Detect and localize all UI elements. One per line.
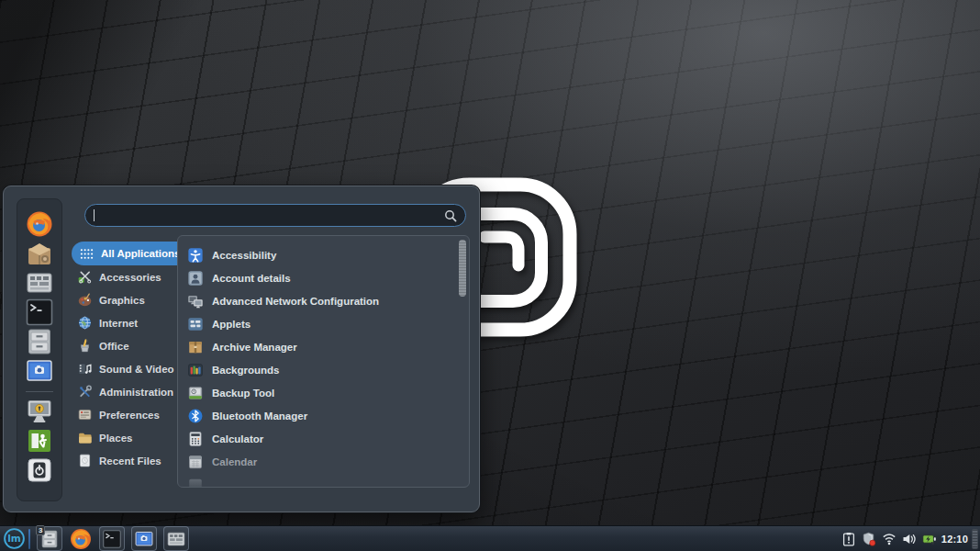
scrollbar-track[interactable] (459, 238, 466, 485)
log-out-icon (25, 426, 54, 455)
app-label: Backup Tool (212, 388, 274, 399)
search-bar[interactable] (84, 204, 466, 227)
account-details-icon (187, 270, 204, 287)
category-places[interactable]: Places (72, 426, 180, 449)
text-cursor (94, 209, 95, 221)
menu-button[interactable]: lm (3, 527, 26, 550)
clock[interactable]: 12:10 (941, 534, 968, 545)
shield-status-icon (862, 532, 876, 546)
software-manager-icon (25, 239, 54, 268)
applets-icon (187, 316, 204, 332)
lock-screen-icon (25, 397, 54, 426)
application-menu-window: All Applications Accessories Graphics In… (3, 186, 480, 512)
application-list-panel: Accessibility Account details Advanced N… (177, 235, 470, 488)
category-office[interactable]: Office (72, 334, 180, 357)
category-administration[interactable]: Administration (72, 380, 180, 403)
favorite-shut-down-button[interactable] (24, 455, 55, 485)
app-account-details[interactable]: Account details (178, 266, 469, 289)
app-backgrounds[interactable]: Backgrounds (178, 358, 469, 381)
app-accessibility[interactable]: Accessibility (178, 243, 469, 266)
taskbar-file-manager-button[interactable]: 3 (37, 526, 62, 551)
taskbar-terminal-button[interactable] (99, 526, 125, 551)
backup-tool-icon (187, 385, 204, 401)
taskbar-screenshot-tool-button[interactable] (131, 526, 157, 551)
battery-charging-icon (922, 532, 937, 546)
screenshot-tool-icon (25, 356, 54, 386)
preferences-icon (77, 407, 93, 422)
favorite-firefox-button[interactable] (24, 209, 55, 239)
favorite-screenshot-tool-button[interactable] (24, 356, 55, 386)
category-preferences[interactable]: Preferences (72, 403, 180, 426)
file-manager-icon (25, 327, 54, 356)
mint-logo-icon: lm (3, 527, 26, 550)
firefox-icon (69, 527, 93, 551)
backgrounds-icon (187, 362, 204, 378)
wifi-icon (882, 532, 896, 546)
calculator-icon (187, 431, 204, 447)
firefox-icon (25, 209, 54, 239)
category-label: All Applications (101, 248, 180, 259)
category-all-applications[interactable]: All Applications (72, 242, 190, 265)
app-advanced-network-configuration[interactable]: Advanced Network Configuration (178, 289, 469, 312)
network-config-icon (187, 293, 204, 309)
scrollbar-thumb[interactable] (459, 240, 466, 297)
app-bluetooth-manager[interactable]: Bluetooth Manager (178, 404, 469, 427)
app-label: Calendar (212, 456, 257, 467)
search-input[interactable] (96, 209, 444, 222)
volume-icon (902, 532, 917, 546)
office-icon (77, 338, 93, 354)
category-label: Preferences (99, 410, 160, 421)
app-calculator[interactable]: Calculator (178, 427, 469, 450)
tray-battery-charging[interactable] (922, 531, 938, 546)
app-backup-tool[interactable]: Backup Tool (178, 381, 469, 404)
category-label: Internet (99, 318, 138, 329)
category-recent-files[interactable]: Recent Files (72, 449, 180, 472)
taskbar-firefox-button[interactable] (69, 527, 93, 550)
favorite-log-out-button[interactable] (24, 426, 55, 455)
show-desktop-strip[interactable] (972, 529, 978, 549)
app-archive-manager[interactable]: Archive Manager (178, 335, 469, 358)
tray-clipboard-alert[interactable] (841, 531, 857, 546)
tray-shield-status[interactable] (862, 531, 877, 546)
accessibility-icon (187, 247, 204, 264)
archive-manager-icon (187, 339, 204, 355)
taskbar-system-settings-button[interactable] (163, 526, 189, 551)
taskbar-launchers: 3 (37, 526, 189, 551)
app-label: Applets (212, 319, 251, 330)
app-label: Accessibility (212, 250, 276, 261)
favorite-software-manager-button[interactable] (24, 239, 55, 268)
category-label: Accessories (99, 272, 161, 283)
category-label: Office (99, 341, 129, 352)
category-accessories[interactable]: Accessories (72, 265, 180, 288)
taskbar-separator (28, 529, 30, 549)
category-label: Graphics (99, 295, 145, 306)
tray-volume[interactable] (902, 531, 918, 546)
category-sound-and-video[interactable]: Sound & Video (72, 357, 180, 380)
system-settings-icon (166, 529, 186, 549)
shut-down-icon (25, 455, 54, 485)
search-icon (444, 209, 457, 222)
recent-files-icon (77, 453, 93, 468)
tray-wifi[interactable] (882, 531, 897, 546)
administration-icon (77, 384, 93, 399)
category-label: Recent Files (99, 455, 161, 467)
svg-text:lm: lm (7, 533, 21, 544)
favorite-system-settings-button[interactable] (24, 268, 55, 298)
app-row-partially-scrolled[interactable] (178, 473, 469, 488)
favorite-terminal-button[interactable] (24, 298, 55, 327)
system-settings-icon (25, 268, 54, 298)
partial-app-icon (187, 477, 204, 489)
app-label: Bluetooth Manager (212, 410, 307, 422)
clipboard-alert-icon (841, 532, 856, 546)
bluetooth-icon (187, 408, 204, 424)
favorite-lock-screen-button[interactable] (24, 397, 55, 426)
taskbar: lm 3 12:10 (0, 525, 980, 551)
category-internet[interactable]: Internet (72, 311, 180, 334)
places-icon (77, 430, 93, 445)
category-graphics[interactable]: Graphics (72, 288, 180, 311)
favorite-file-manager-button[interactable] (24, 327, 55, 356)
favorites-sidebar (17, 198, 62, 501)
app-label: Calculator (212, 433, 263, 444)
app-calendar[interactable]: Calendar (178, 450, 469, 473)
app-applets[interactable]: Applets (178, 312, 469, 335)
